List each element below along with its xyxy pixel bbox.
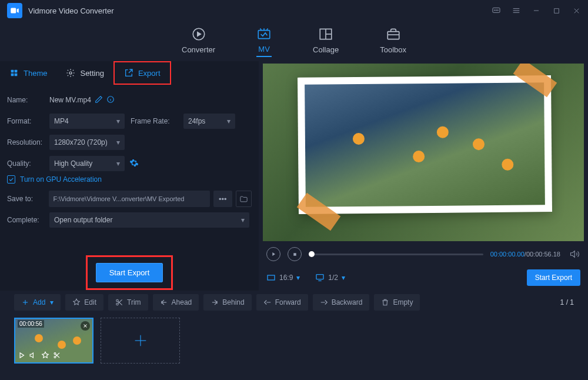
- tab-export[interactable]: Export: [113, 61, 171, 85]
- tab-setting[interactable]: Setting: [56, 61, 113, 85]
- svg-rect-27: [293, 253, 296, 256]
- svg-rect-22: [15, 74, 18, 76]
- app-logo: [7, 3, 22, 18]
- format-label: Format:: [7, 117, 49, 125]
- maximize-button[interactable]: [552, 6, 561, 15]
- page-dropdown[interactable]: ▾: [342, 274, 345, 282]
- forward-button[interactable]: Forward: [256, 294, 308, 311]
- complete-value: Open output folder: [54, 216, 112, 224]
- format-select[interactable]: MP4 ▾: [49, 114, 125, 129]
- play-button[interactable]: [266, 247, 280, 261]
- start-export-highlight: Start Export: [86, 255, 173, 290]
- svg-rect-0: [11, 8, 16, 14]
- nav-converter[interactable]: Converter: [182, 26, 215, 56]
- saveto-path[interactable]: F:\Vidmore\Vidmore V...onverter\MV Expor…: [49, 191, 211, 207]
- framerate-select[interactable]: 24fps ▾: [183, 114, 235, 129]
- close-button[interactable]: [572, 6, 581, 15]
- clip-thumbnail[interactable]: 00:00:56: [14, 318, 93, 364]
- current-time: 00:00:00.00: [490, 251, 524, 258]
- tab-theme-label: Theme: [24, 69, 47, 78]
- backward-button[interactable]: Backward: [313, 294, 370, 311]
- framerate-value: 24fps: [188, 117, 205, 125]
- svg-rect-19: [11, 70, 14, 73]
- svg-rect-20: [15, 70, 18, 73]
- clip-star-icon[interactable]: [41, 351, 49, 361]
- aspect-dropdown[interactable]: ▾: [296, 274, 300, 282]
- nav-toolbox-label: Toolbox: [380, 45, 406, 54]
- edit-button[interactable]: Edit: [65, 294, 103, 311]
- svg-point-4: [497, 10, 498, 11]
- start-export-button[interactable]: Start Export: [96, 263, 163, 282]
- aspect-ratio: 16:9: [279, 274, 293, 282]
- theme-icon: [9, 68, 19, 78]
- ahead-button[interactable]: Ahead: [153, 294, 199, 311]
- clip-play-icon[interactable]: [18, 351, 26, 361]
- toolbox-icon: [386, 26, 401, 42]
- svg-point-3: [496, 10, 496, 11]
- monitor-icon: [315, 273, 325, 282]
- duration: 00:00:56.18: [526, 251, 560, 258]
- complete-select[interactable]: Open output folder ▾: [49, 212, 249, 228]
- edit-name-icon[interactable]: [95, 95, 103, 105]
- tab-setting-label: Setting: [80, 69, 103, 78]
- open-folder-button[interactable]: [236, 191, 252, 207]
- chevron-down-icon: ▾: [227, 117, 230, 125]
- trim-button[interactable]: Trim: [108, 294, 148, 311]
- nav-mv[interactable]: MV: [256, 26, 272, 57]
- aspect-controls: 16:9 ▾ 1/2 ▾ Start Export: [263, 267, 584, 288]
- browse-button[interactable]: •••: [213, 191, 232, 207]
- titlebar: Vidmore Video Converter: [0, 0, 588, 21]
- clip-toolbar: Add▾ Edit Trim Ahead Behind Forward Back…: [0, 291, 588, 314]
- page-ratio: 1/2: [328, 274, 338, 282]
- gpu-label: Turn on GPU Acceleration: [20, 175, 102, 184]
- complete-label: Complete:: [7, 216, 49, 224]
- volume-icon[interactable]: [570, 249, 580, 259]
- chevron-down-icon: ▾: [116, 117, 120, 125]
- preview-panel: 00:00:00.00/00:00:56.18 16:9 ▾ 1/2 ▾ Sta…: [259, 61, 588, 291]
- gpu-checkbox[interactable]: [7, 175, 15, 184]
- name-label: Name:: [7, 96, 49, 104]
- behind-button[interactable]: Behind: [203, 294, 251, 311]
- preview-video[interactable]: [263, 64, 584, 241]
- progress-bar[interactable]: [309, 254, 483, 255]
- main-nav: Converter MV Collage Toolbox: [0, 21, 588, 61]
- timeline: 00:00:56: [0, 314, 588, 367]
- name-value: New MV.mp4: [49, 96, 91, 104]
- menu-icon[interactable]: [512, 6, 521, 15]
- tab-export-label: Export: [138, 69, 161, 78]
- setting-icon: [66, 68, 75, 78]
- nav-collage[interactable]: Collage: [313, 26, 339, 56]
- clip-remove-button[interactable]: [81, 321, 90, 331]
- feedback-icon[interactable]: [492, 6, 501, 15]
- aspect-icon: [266, 273, 276, 282]
- clip-mute-icon[interactable]: [29, 351, 38, 361]
- collage-icon: [318, 26, 333, 42]
- add-clip-button[interactable]: [101, 318, 180, 364]
- svg-rect-21: [11, 74, 14, 76]
- stop-button[interactable]: [288, 247, 302, 261]
- svg-point-42: [54, 356, 56, 358]
- nav-collage-label: Collage: [313, 45, 339, 54]
- tab-theme[interactable]: Theme: [0, 61, 56, 85]
- resolution-label: Resolution:: [7, 138, 49, 146]
- svg-point-41: [54, 353, 56, 355]
- format-value: MP4: [54, 117, 69, 125]
- export-icon: [124, 68, 133, 78]
- photo-frame: [298, 75, 552, 214]
- add-button[interactable]: Add▾: [14, 294, 61, 311]
- info-icon[interactable]: [106, 95, 115, 105]
- resolution-value: 1280x720 (720p): [54, 138, 108, 146]
- nav-toolbox[interactable]: Toolbox: [380, 26, 406, 56]
- start-export-button-2[interactable]: Start Export: [527, 269, 580, 286]
- clip-trim-icon[interactable]: [53, 351, 61, 361]
- resolution-select[interactable]: 1280x720 (720p) ▾: [49, 135, 125, 150]
- quality-select[interactable]: High Quality ▾: [49, 156, 125, 171]
- panel-tabs: Theme Setting Export: [0, 61, 259, 85]
- quality-settings-icon[interactable]: [129, 158, 139, 169]
- svg-rect-17: [387, 31, 399, 39]
- empty-button[interactable]: Empty: [374, 294, 420, 311]
- svg-rect-28: [268, 275, 275, 280]
- nav-mv-label: MV: [258, 45, 270, 54]
- minimize-button[interactable]: [532, 6, 541, 15]
- chevron-down-icon: ▾: [116, 138, 120, 146]
